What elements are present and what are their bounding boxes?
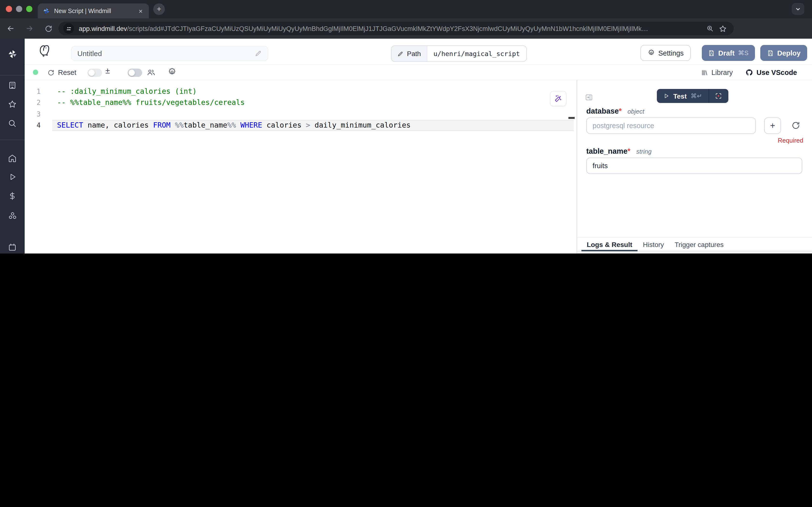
edit-pencil-icon: [255, 50, 262, 57]
use-vscode-button[interactable]: Use VScode: [745, 69, 797, 76]
field-name: table_name*: [586, 147, 631, 156]
gear-icon: [168, 68, 176, 76]
sidebar-item-resources[interactable]: [0, 211, 25, 221]
deploy-label: Deploy: [777, 49, 801, 57]
draft-shortcut: ⌘S: [738, 49, 748, 57]
reload-button[interactable]: [42, 22, 55, 35]
collapse-panel-button[interactable]: [585, 93, 593, 103]
edit-pencil-icon: [397, 51, 404, 57]
back-button[interactable]: [4, 22, 17, 35]
settings-button[interactable]: Settings: [640, 45, 691, 61]
zoom-page-button[interactable]: [704, 22, 716, 35]
sidebar-item-schedules[interactable]: [0, 243, 25, 252]
windmill-app: Untitled Path u/henri/magical_script: [0, 39, 812, 253]
code-line: SELECT name, calories FROM %%table_name%…: [25, 120, 577, 131]
tab-history[interactable]: History: [638, 238, 669, 251]
draft-label: Draft: [718, 49, 735, 57]
editor-settings-button[interactable]: [168, 68, 176, 78]
preview-panel: Test ⌘↵ database* object: [577, 80, 812, 253]
site-info-icon[interactable]: [63, 23, 74, 34]
tab-trigger-captures[interactable]: Trigger captures: [669, 238, 729, 251]
test-button[interactable]: Test ⌘↵: [657, 89, 708, 103]
search-icon: [8, 119, 17, 128]
sidebar-item-search[interactable]: [0, 119, 25, 128]
database-resource-input[interactable]: postgresql resource: [586, 117, 756, 134]
panel-tabs: Logs & ResultHistoryTrigger captures: [577, 237, 812, 251]
browser-navbar: app.windmill.dev/scripts/add#JTdCJTIyaGF…: [0, 18, 812, 39]
zoom-window-button[interactable]: [26, 6, 33, 12]
test-label: Test: [673, 92, 687, 100]
field-name: database*: [586, 107, 622, 115]
code-lines: -- :daily_minimum_calories (int)-- %%tab…: [25, 86, 577, 131]
reload-icon: [44, 24, 52, 33]
deploy-button[interactable]: Deploy: [760, 45, 807, 61]
sidebar-divider: [0, 140, 25, 140]
required-note: Required: [778, 137, 803, 144]
script-summary-value: Untitled: [77, 49, 255, 58]
editor-body: 1234 -- :daily_minimum_calories (int)-- …: [25, 80, 812, 253]
reset-label: Reset: [58, 69, 76, 76]
draft-button[interactable]: Draft ⌘S: [702, 45, 755, 61]
refresh-resources-button[interactable]: [791, 121, 801, 130]
play-icon: [8, 173, 17, 181]
path-label: Path: [407, 50, 421, 58]
cubes-icon: [7, 211, 17, 221]
sidebar-item-workspace[interactable]: [0, 81, 25, 90]
multiplayer-toggle[interactable]: [128, 69, 142, 77]
new-tab-button[interactable]: +: [153, 3, 165, 15]
reset-button[interactable]: Reset: [47, 67, 76, 78]
star-icon: [718, 24, 727, 33]
windmill-logo[interactable]: [0, 49, 25, 59]
editor-toolbar: Reset ±: [25, 65, 812, 80]
chevron-down-icon: [795, 6, 801, 12]
site-controls-icon: [65, 25, 72, 32]
diff-toggle[interactable]: [88, 69, 102, 77]
github-icon: [745, 69, 753, 76]
gear-icon: [648, 49, 655, 57]
bookmark-button[interactable]: [716, 22, 729, 35]
arrow-right-icon: [25, 24, 34, 33]
app-sidebar: [0, 39, 25, 253]
library-button[interactable]: Library: [701, 69, 733, 76]
save-icon: [767, 50, 774, 56]
library-icon: [701, 69, 708, 76]
sidebar-item-variables[interactable]: [0, 191, 25, 201]
path-label-segment: Path: [392, 46, 427, 61]
logs-area: Auto scroll ✓ No logs are available yet: [577, 251, 812, 253]
tab-title: New Script | Windmill: [54, 7, 137, 14]
minimize-window-button[interactable]: [16, 6, 22, 12]
test-shortcut: ⌘↵: [691, 92, 702, 100]
calendar-icon: [8, 243, 17, 252]
save-icon: [708, 50, 715, 56]
url-path: /scripts/add#JTdCJTIyaGFzaCUyMiUzQSUyMiU…: [127, 25, 648, 32]
url-bar[interactable]: app.windmill.dev/scripts/add#JTdCJTIyaGF…: [58, 22, 734, 35]
dollar-icon: [8, 191, 17, 201]
path-value: u/henri/magical_script: [427, 46, 526, 61]
diff-icon: ±: [105, 66, 110, 76]
sidebar-divider: [0, 75, 25, 75]
tab-search-chevron-button[interactable]: [792, 3, 804, 15]
tab-close-icon[interactable]: ×: [137, 7, 144, 15]
windmill-favicon-icon: [43, 7, 50, 15]
tab-logs-result[interactable]: Logs & Result: [581, 238, 638, 251]
sidebar-item-home[interactable]: [0, 154, 25, 163]
forward-button[interactable]: [23, 22, 36, 35]
script-summary-input[interactable]: Untitled: [71, 46, 268, 61]
use-vscode-label: Use VScode: [756, 69, 797, 76]
browser-tab[interactable]: New Script | Windmill ×: [38, 3, 149, 18]
sidebar-item-favorites[interactable]: [0, 100, 25, 109]
table-name-input[interactable]: fruits: [586, 158, 802, 174]
code-editor[interactable]: 1234 -- :daily_minimum_calories (int)-- …: [25, 80, 577, 253]
close-window-button[interactable]: [6, 6, 12, 12]
add-resource-button[interactable]: +: [764, 117, 781, 134]
status-green-dot: [33, 70, 38, 75]
sidebar-item-runs[interactable]: [0, 173, 25, 181]
code-line: [25, 109, 577, 120]
path-button[interactable]: Path u/henri/magical_script: [391, 45, 527, 62]
multiplayer-users-icon: [147, 68, 156, 79]
test-button-group: Test ⌘↵: [657, 89, 728, 103]
table-name-value: fruits: [592, 162, 608, 170]
test-capture-button[interactable]: [709, 89, 728, 103]
script-header: Untitled Path u/henri/magical_script: [25, 39, 812, 65]
star-icon: [8, 100, 17, 109]
